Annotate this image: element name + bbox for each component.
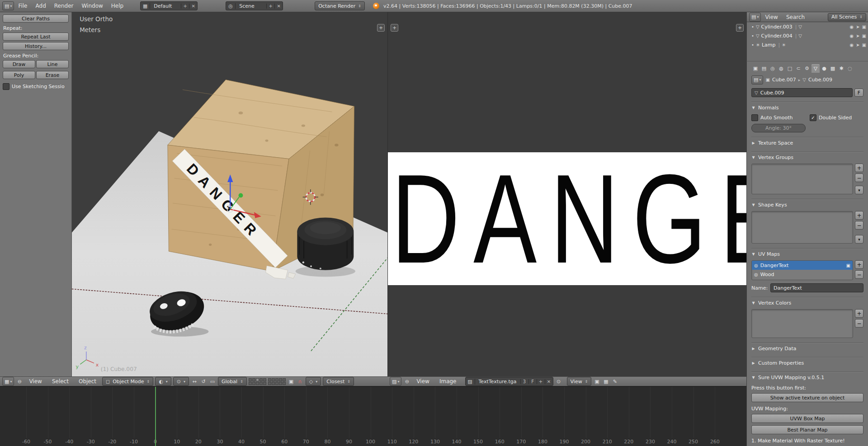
unlink-image-button[interactable]: ✕ [545,379,553,384]
renderability-toggle-icon[interactable]: ▣ [862,24,866,29]
repeat-last-button[interactable]: Repeat Last [3,33,69,41]
panel-header-vertex-colors[interactable]: ▼ Vertex Colors [751,297,863,307]
remove-uv-map-button[interactable]: − [855,270,863,279]
manipulator-translate-toggle[interactable]: ↔ [191,377,198,385]
snap-target-select[interactable]: Closest ⇕ [323,377,354,386]
add-vertex-color-button[interactable]: + [855,309,863,318]
outliner-item-lamp[interactable]: • ☀ Lamp | ☀ ◉ ➤ ▣ [747,40,868,49]
uv-display-mode-select[interactable]: View ⇕ [567,377,592,386]
selectability-toggle-icon[interactable]: ➤ [856,24,859,29]
history-button[interactable]: History... [3,42,69,50]
snap-element-select[interactable]: ◇ ▾ [306,377,321,386]
browse-images-icon[interactable]: ▨ [466,379,475,385]
uv-render-camera-icon[interactable]: ▣ [846,263,850,268]
properties-tab-constraints[interactable]: ⊂ [794,64,802,73]
outliner-item-cylinder-004[interactable]: • ▽ Cylinder.004 | ▽ ◉ ➤ ▣ [747,31,868,40]
menu-add[interactable]: Add [32,3,50,9]
image-name[interactable]: TextTexture.tga [475,379,520,385]
menu-render[interactable]: Render [50,3,78,9]
properties-tab-modifiers[interactable]: ⚙ [803,64,811,73]
paint-mode-icon[interactable]: ✎ [611,377,618,385]
shape-keys-list[interactable] [751,211,853,244]
manipulator-rotate-toggle[interactable]: ↺ [200,377,207,385]
lock-to-scene-icon[interactable]: ▣ [288,377,295,385]
uvw-box-map-button[interactable]: UVW Box Map [751,414,863,423]
image-fake-user-button[interactable]: F [528,379,537,384]
menu-view[interactable]: View [412,378,433,385]
remove-vertex-color-button[interactable]: − [855,319,863,328]
add-vertex-group-button[interactable]: + [855,164,863,172]
delete-layout-button[interactable]: ✕ [189,4,197,9]
new-image-button[interactable]: + [537,379,545,384]
breadcrumb-object[interactable]: Cube.007 [772,77,796,83]
add-uv-map-button[interactable]: + [855,260,863,269]
grease-draw-button[interactable]: Draw [3,60,35,68]
info-editor-type-button[interactable]: ▤ ▾ [2,1,14,10]
uv-map-item-wood[interactable]: ◍ Wood [752,270,853,279]
collapse-menus-icon[interactable]: ⊖ [16,377,23,385]
render-engine-select[interactable]: Octane Render ⇕ [315,1,365,10]
clear-paths-button[interactable]: Clear Paths [3,14,69,23]
double-sided-checkbox[interactable]: ✓ Double Sided [810,114,863,121]
panel-header-custom-properties[interactable]: ▶ Custom Properties [751,357,863,367]
uv-grid-icon[interactable]: ▦ [602,377,609,385]
render-result-icon[interactable]: ▣ [593,377,600,385]
properties-tab-world[interactable]: ◍ [777,64,785,73]
add-shape-key-button[interactable]: + [855,211,863,220]
browse-layouts-icon[interactable]: ▦ [141,3,150,9]
vertex-group-specials-button[interactable]: ▾ [855,186,863,194]
remove-vertex-group-button[interactable]: − [855,174,863,182]
properties-tab-scene[interactable]: ◎ [769,64,777,73]
panel-header-normals[interactable]: ▼ Normals [751,102,863,112]
renderability-toggle-icon[interactable]: ▣ [862,42,866,47]
visibility-toggle-icon[interactable]: ◉ [849,42,854,47]
vertex-groups-list[interactable] [751,164,853,194]
visibility-toggle-icon[interactable]: ◉ [849,33,854,38]
grease-erase-button[interactable]: Erase [36,71,69,79]
uv-map-item-dangertext[interactable]: ◍ DangerText ▣ [752,261,853,270]
properties-tab-object[interactable]: □ [786,64,794,73]
selectability-toggle-icon[interactable]: ➤ [856,33,859,38]
shape-key-specials-button[interactable]: ▾ [855,235,863,244]
mode-select[interactable]: ◻ Object Mode ⇕ [102,377,153,386]
selectability-toggle-icon[interactable]: ➤ [856,42,859,47]
outliner-filter-select[interactable]: All Scenes ⇕ [828,13,866,21]
delete-scene-button[interactable]: ✕ [274,4,283,9]
outliner-editor-type-button[interactable]: ▤ ▾ [749,13,761,22]
auto-smooth-angle-slider[interactable]: Angle: 30° [751,124,806,132]
panel-header-shape-keys[interactable]: ▼ Shape Keys [751,199,863,209]
uv-editor-type-button[interactable]: ▨ ▾ [390,377,401,386]
image-users-count[interactable]: 3 [520,379,528,384]
browse-scenes-icon[interactable]: ◎ [226,3,236,9]
panel-header-sure-uvw[interactable]: ▼ Sure UVW Mapping v.0.5.1 [751,372,863,381]
viewport-editor-type-button[interactable]: ▦ ▾ [2,377,14,386]
properties-tab-render[interactable]: ▣ [751,64,760,73]
menu-image[interactable]: Image [435,378,461,385]
add-scene-button[interactable]: + [266,4,274,9]
expand-icon[interactable]: • [751,33,754,38]
visibility-toggle-icon[interactable]: ◉ [849,24,854,29]
breadcrumb-data[interactable]: Cube.009 [808,77,832,83]
menu-view[interactable]: View [25,378,46,385]
panel-header-geometry-data[interactable]: ▶ Geometry Data [751,343,863,352]
expand-icon[interactable]: • [751,42,754,47]
auto-smooth-checkbox[interactable]: Auto Smooth [751,114,805,121]
properties-tab-particles[interactable]: ✱ [837,64,845,73]
use-sketching-checkbox[interactable] [3,83,9,90]
menu-object[interactable]: Object [75,378,100,385]
viewport-panel-toggle[interactable]: + [377,24,385,32]
uv-image-editor[interactable]: DANGE + + [387,12,746,376]
uv-map-name-field[interactable]: DangerText [770,283,863,292]
vertex-colors-list[interactable] [751,309,853,338]
show-active-texture-button[interactable]: Show active texture on object [751,393,863,402]
panel-header-vertex-groups[interactable]: ▼ Vertex Groups [751,152,863,161]
menu-help[interactable]: Help [107,3,127,9]
properties-tab-render-layers[interactable]: ▤ [760,64,768,73]
layers-widget[interactable] [249,378,286,385]
menu-file[interactable]: File [14,3,31,9]
remove-shape-key-button[interactable]: − [855,221,863,230]
grease-poly-button[interactable]: Poly [3,71,35,79]
properties-tab-data[interactable]: ▽ [811,64,820,73]
renderability-toggle-icon[interactable]: ▣ [862,33,866,38]
timeline-playhead[interactable] [155,387,156,446]
